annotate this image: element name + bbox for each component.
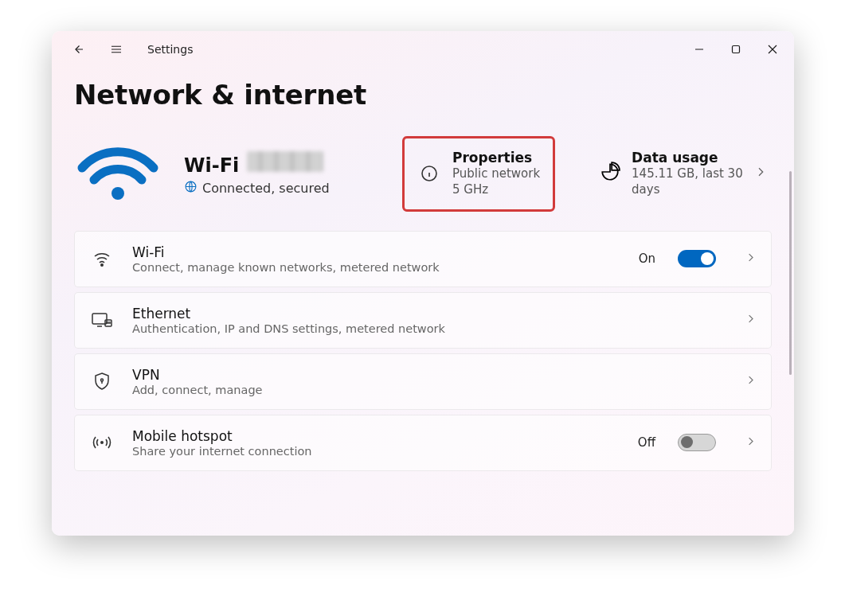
wifi-icon	[89, 249, 115, 268]
svg-point-7	[101, 379, 104, 381]
list-item-wifi[interactable]: Wi-Fi Connect, manage known networks, me…	[74, 231, 772, 287]
window-controls	[681, 33, 791, 65]
svg-rect-0	[733, 46, 740, 53]
list-item-hotspot[interactable]: Mobile hotspot Share your internet conne…	[74, 415, 772, 471]
list-item-title: Mobile hotspot	[132, 428, 312, 444]
app-title: Settings	[147, 43, 193, 56]
data-usage-card[interactable]: Data usage 145.11 GB, last 30 days	[600, 150, 772, 198]
status-row: Wi-Fi Connected, secured Properties Publ…	[74, 125, 772, 231]
wifi-toggle[interactable]	[678, 250, 716, 267]
svg-point-4	[101, 264, 103, 266]
wifi-signal-icon	[74, 140, 162, 207]
shield-lock-icon	[89, 372, 115, 391]
chevron-right-icon	[745, 313, 757, 328]
chevron-right-icon	[745, 251, 757, 267]
minimize-button[interactable]	[681, 33, 718, 65]
chevron-right-icon	[745, 435, 757, 450]
list-item-vpn[interactable]: VPN Add, connect, manage	[74, 353, 772, 410]
titlebar: Settings	[52, 31, 794, 68]
list-item-sub: Authentication, IP and DNS settings, met…	[132, 322, 445, 335]
info-icon	[417, 164, 441, 183]
page-title: Network & internet	[74, 79, 772, 111]
hotspot-toggle[interactable]	[678, 434, 716, 451]
hotspot-state-label: Off	[638, 435, 655, 450]
settings-window: Settings Network & internet	[52, 31, 794, 536]
list-item-sub: Add, connect, manage	[132, 384, 263, 396]
properties-title: Properties	[452, 150, 540, 166]
list-item-sub: Share your internet connection	[132, 445, 312, 458]
properties-card[interactable]: Properties Public network 5 GHz	[402, 136, 555, 212]
wifi-label: Wi-Fi	[184, 154, 239, 177]
list-item-title: Ethernet	[132, 306, 445, 322]
list-item-ethernet[interactable]: Ethernet Authentication, IP and DNS sett…	[74, 292, 772, 349]
svg-point-8	[100, 441, 104, 444]
chevron-right-icon	[754, 166, 772, 181]
globe-icon	[184, 180, 198, 197]
settings-list: Wi-Fi Connect, manage known networks, me…	[74, 231, 772, 471]
ssid-redacted	[247, 151, 323, 172]
connection-status: Connected, secured	[202, 181, 330, 196]
wifi-state-label: On	[639, 251, 655, 266]
back-button[interactable]	[60, 33, 96, 65]
close-button[interactable]	[754, 33, 791, 65]
properties-sub1: Public network	[452, 166, 540, 181]
properties-sub2: 5 GHz	[452, 181, 540, 197]
pie-chart-icon	[600, 162, 620, 185]
list-item-title: Wi-Fi	[132, 244, 440, 260]
svg-point-1	[111, 187, 124, 200]
chevron-right-icon	[745, 374, 757, 389]
list-item-sub: Connect, manage known networks, metered …	[132, 261, 440, 274]
connection-info: Wi-Fi Connected, secured	[184, 151, 375, 197]
hotspot-icon	[89, 435, 115, 450]
maximize-button[interactable]	[718, 33, 754, 65]
data-usage-title: Data usage	[632, 150, 743, 166]
menu-button[interactable]	[98, 33, 135, 65]
ethernet-icon	[89, 311, 115, 329]
list-item-title: VPN	[132, 367, 263, 383]
data-usage-sub: 145.11 GB, last 30 days	[632, 166, 743, 198]
content-area: Network & internet Wi-Fi Conn	[52, 68, 794, 536]
scrollbar[interactable]	[789, 171, 792, 375]
